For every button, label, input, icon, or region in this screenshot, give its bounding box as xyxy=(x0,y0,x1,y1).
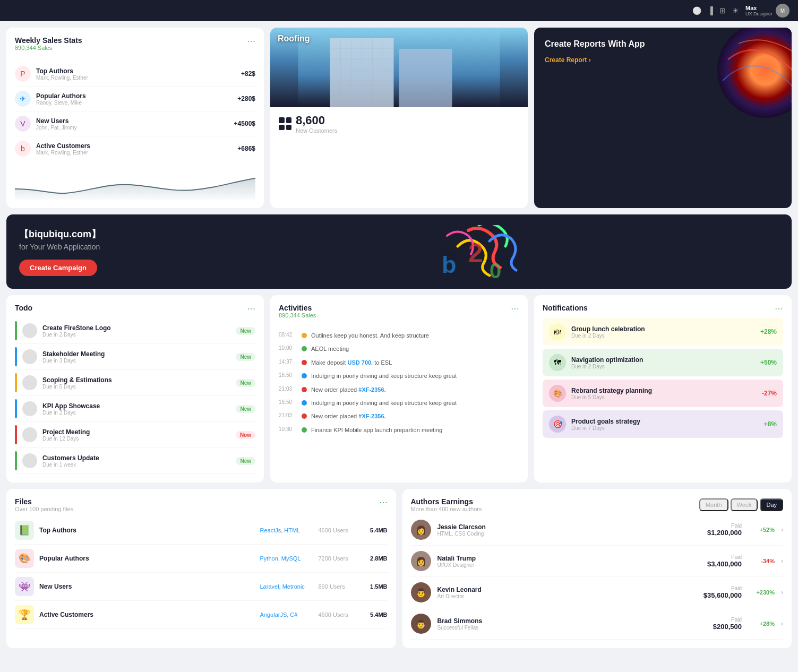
todo-item-info: Stakeholder Meeting Due in 3 Days xyxy=(42,350,236,364)
list-item: 21:03 New order placed #XF-2356. xyxy=(279,410,519,423)
list-item: KPI App Showcase Due in 2 Days New xyxy=(15,396,255,422)
reports-card: Create Reports With App Create Report › xyxy=(534,28,792,208)
notif-name: Rebrand strategy planning xyxy=(571,387,757,394)
todo-avatar xyxy=(22,427,37,442)
notif-value: +28% xyxy=(760,328,777,335)
create-campaign-button[interactable]: Create Campaign xyxy=(19,260,97,276)
notif-info: Navigation optimization Due in 2 Days xyxy=(571,356,755,369)
row3: Files Over 100 pending files ⋯ 📗 Top Aut… xyxy=(6,489,792,648)
act-link[interactable]: #XF-2356. xyxy=(358,413,385,419)
todo-item-info: KPI App Showcase Due in 2 Days xyxy=(42,402,236,416)
todo-avatar xyxy=(22,349,37,364)
tab-day[interactable]: Day xyxy=(760,498,783,511)
act-link[interactable]: USD 700. xyxy=(347,359,373,366)
weekly-sales-header: Weekly Sales Stats 890,344 Sales ⋯ xyxy=(15,36,255,57)
list-item: 16:50 Indulging in poorly driving and ke… xyxy=(279,397,519,410)
author-info: Kevin Leonard Art Director xyxy=(437,586,697,599)
main-content: Weekly Sales Stats 890,344 Sales ⋯ P Top… xyxy=(0,21,798,654)
notif-value: +8% xyxy=(764,420,777,428)
notifications-header: Notifications ⋯ xyxy=(543,304,783,314)
notif-icon-group-lunch: 🍽 xyxy=(549,323,566,340)
search-icon[interactable]: ⚪ xyxy=(692,6,701,15)
top-authors-people: Mark, Rowling, Esther xyxy=(36,75,241,81)
act-dot xyxy=(302,360,307,365)
file-icon: 📗 xyxy=(15,521,34,540)
weekly-sales-options-icon[interactable]: ⋯ xyxy=(247,36,255,46)
file-name: Popular Authors xyxy=(39,555,255,562)
author-amount: $3,400,000 xyxy=(707,560,742,568)
activities-subtitle: 890,344 Sales xyxy=(279,312,316,318)
activities-options-icon[interactable]: ⋯ xyxy=(511,304,519,314)
file-tech: ReactJs, HTML xyxy=(260,527,313,533)
act-time: 14:37 xyxy=(279,359,297,365)
grid-icon[interactable]: ⊞ xyxy=(719,6,726,15)
act-text: Finance KPI Mobile app launch prepartion… xyxy=(311,426,519,434)
new-customers-value: 8,600 xyxy=(296,114,337,127)
todo-avatar xyxy=(22,323,37,338)
tab-week[interactable]: Week xyxy=(731,498,758,511)
todo-item-due: Due in 2 Days xyxy=(42,332,236,338)
sales-chart xyxy=(15,168,255,200)
user-role: UX Designer xyxy=(745,11,773,16)
act-time: 08:42 xyxy=(279,332,297,338)
activities-card: Activities 890,344 Sales ⋯ 08:42 Outline… xyxy=(270,295,528,483)
act-link[interactable]: #XF-2356. xyxy=(358,386,385,393)
new-users-icon: V xyxy=(15,116,31,132)
tab-month[interactable]: Month xyxy=(699,498,728,511)
list-item: 👩 Jessie Clarcson HTML, CSS Coding Paid … xyxy=(411,514,784,546)
author-paid-label: Paid xyxy=(703,585,742,591)
svg-rect-2 xyxy=(399,49,452,107)
activities-header: Activities 890,344 Sales ⋯ xyxy=(279,304,519,325)
active-customers-people: Mark, Rowling, Esther xyxy=(36,150,237,156)
author-name: Jessie Clarcson xyxy=(437,523,701,531)
todo-dot xyxy=(15,399,17,418)
act-dot xyxy=(302,346,307,351)
todo-item-name: Scoping & Estimations xyxy=(42,376,236,384)
author-amount: $200,500 xyxy=(713,623,742,631)
todo-options-icon[interactable]: ⋯ xyxy=(247,304,255,314)
user-avatar[interactable]: M xyxy=(776,4,790,18)
notification-item-nav-opt: 🗺 Navigation optimization Due in 2 Days … xyxy=(543,349,783,376)
file-name: Active Customers xyxy=(39,611,255,618)
file-icon: 🎨 xyxy=(15,549,34,568)
list-item: Create FireStone Logo Due in 2 Days New xyxy=(15,318,255,344)
stat-row-active-customers: b Active Customers Mark, Rowling, Esther… xyxy=(15,136,255,161)
notifications-title: Notifications xyxy=(543,304,588,312)
author-name: Natali Trump xyxy=(437,555,701,562)
author-name: Brad Simmons xyxy=(437,617,707,625)
author-amount: $1,200,000 xyxy=(707,529,742,537)
new-users-value: +4500$ xyxy=(234,120,255,127)
authors-earnings-header: Authors Earnings More than 400 new autho… xyxy=(411,497,784,512)
notif-name: Group lunch celebration xyxy=(571,325,755,333)
author-info: Natali Trump UI/UX Designer xyxy=(437,555,701,568)
activities-title: Activities xyxy=(279,304,316,312)
weekly-sales-card: Weekly Sales Stats 890,344 Sales ⋯ P Top… xyxy=(6,28,264,208)
act-dot xyxy=(302,333,307,338)
todo-badge: Now xyxy=(236,431,255,439)
chevron-right-icon[interactable]: › xyxy=(781,557,783,565)
notif-due: Due in 2 Days xyxy=(571,364,755,369)
notif-icon-rebrand: 🎨 xyxy=(549,385,566,402)
notif-value: -27% xyxy=(762,390,777,397)
notifications-options-icon[interactable]: ⋯ xyxy=(775,304,783,314)
chevron-right-icon[interactable]: › xyxy=(781,620,783,627)
act-text: Indulging in poorly driving and keep str… xyxy=(311,399,519,407)
chevron-right-icon[interactable]: › xyxy=(781,589,783,596)
stat-row-top-authors: P Top Authors Mark, Rowling, Esther +82$ xyxy=(15,62,255,87)
todo-dot xyxy=(15,451,17,470)
svg-text:0: 0 xyxy=(490,259,501,278)
roofing-bottom: 8,600 New Customers xyxy=(270,107,528,140)
author-role: Art Director xyxy=(437,593,697,599)
files-options-icon[interactable]: ⋯ xyxy=(379,497,388,507)
todo-badge: New xyxy=(236,379,255,387)
file-tech: AngularJS, C# xyxy=(260,611,313,618)
stat-row-popular-authors: ✈ Popular Authors Randy, Steve, Mike +28… xyxy=(15,87,255,111)
brightness-icon[interactable]: ☀ xyxy=(732,6,739,15)
file-users: 4600 Users xyxy=(319,611,356,618)
todo-item-info: Scoping & Estimations Due in 5 Days xyxy=(42,376,236,390)
file-name: Top Authors xyxy=(39,527,255,534)
authors-earnings-card: Authors Earnings More than 400 new autho… xyxy=(402,489,792,648)
chevron-right-icon[interactable]: › xyxy=(781,526,783,533)
todo-dot xyxy=(15,321,17,340)
create-report-link[interactable]: Create Report › xyxy=(545,56,781,64)
